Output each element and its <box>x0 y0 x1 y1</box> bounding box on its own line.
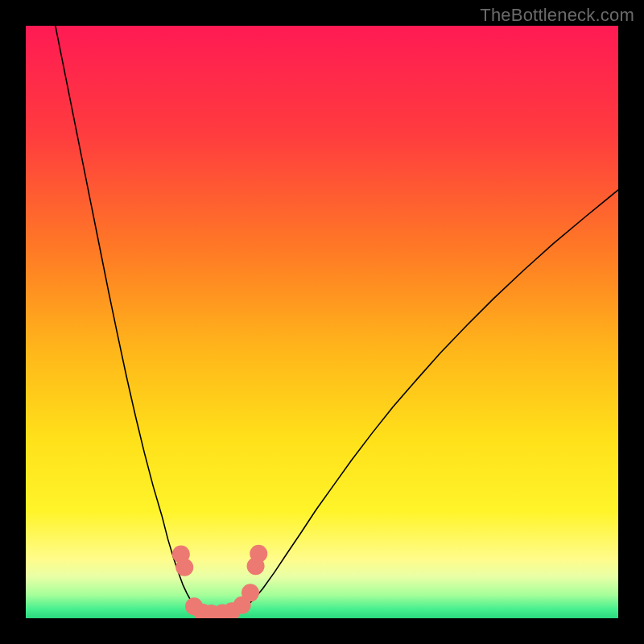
marker-point <box>250 545 267 563</box>
watermark-label: TheBottleneck.com <box>480 5 634 26</box>
chart-svg <box>26 26 618 618</box>
marker-point <box>242 584 259 601</box>
chart-frame: TheBottleneck.com <box>0 0 644 644</box>
chart-plot-area <box>26 26 618 618</box>
marker-point <box>175 559 193 576</box>
